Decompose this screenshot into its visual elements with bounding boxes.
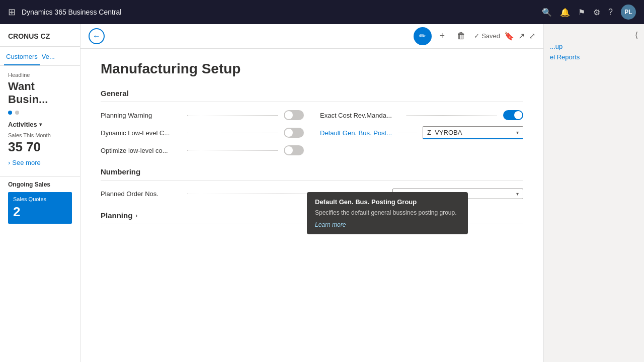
default-gen-bus-value: Z_VYROBA [427, 129, 462, 136]
nav-icons: 🔖 ↗ ⤢ [504, 31, 535, 41]
optimize-low-level-dots [187, 150, 278, 151]
saved-status: ✓ Saved [474, 32, 500, 40]
default-gen-bus-label[interactable]: Default Gen. Bus. Post... [320, 129, 392, 137]
sales-quotes-label: Sales Quotes [13, 196, 67, 202]
headline-label: Headline [0, 72, 80, 78]
planning-warning-field: Planning Warning [101, 110, 304, 120]
optimize-low-level-field: Optimize low-level co... [101, 145, 304, 155]
planning-warning-dots [187, 115, 278, 116]
main-content: ← ✏ + 🗑 ✓ Saved 🔖 ↗ ⤢ Manufacturing Setu… [80, 24, 543, 362]
avatar[interactable]: PL [621, 5, 636, 20]
form-row-2: Dynamic Low-Level C... Default Gen. Bus.… [101, 126, 523, 139]
default-gen-bus-dropdown[interactable]: Z_VYROBA ▾ [423, 126, 523, 139]
form-body: Manufacturing Setup General Planning War… [80, 49, 543, 362]
default-gen-bus-field: Default Gen. Bus. Post... Z_VYROBA ▾ [320, 126, 523, 139]
tooltip-box: Default Gen. Bus. Posting Group Specifie… [307, 192, 468, 234]
dynamic-low-level-toggle[interactable] [284, 128, 304, 138]
tooltip-learn-more-link[interactable]: Learn more [315, 221, 346, 228]
settings-icon[interactable]: ⚙ [593, 8, 600, 17]
back-button[interactable]: ← [89, 28, 105, 44]
tooltip-description: Specifies the default general bussines p… [315, 209, 460, 217]
sidebar-nav: Customers Ve... [0, 51, 80, 66]
right-panel: ⟨ ...up el Reports [543, 24, 644, 362]
dynamic-low-level-field: Dynamic Low-Level C... [101, 126, 304, 139]
activities-section[interactable]: Activities ▾ [0, 121, 80, 128]
delete-button[interactable]: 🗑 [453, 29, 470, 43]
right-panel-item-2[interactable]: el Reports [550, 53, 638, 61]
optimize-low-level-toggle[interactable] [284, 145, 304, 155]
collapse-icon[interactable]: ⟨ [635, 30, 638, 40]
form-title: Manufacturing Setup [101, 61, 523, 77]
topbar-actions: 🔍 🔔 ⚑ ⚙ ? PL [542, 5, 636, 20]
check-icon: ✓ [474, 32, 479, 40]
dynamic-low-level-label: Dynamic Low-Level C... [101, 129, 181, 137]
dropdown-arrow-icon: ▾ [516, 130, 519, 135]
sales-quotes-card[interactable]: Sales Quotes 2 [8, 192, 72, 224]
company-name: CRONUS CZ [0, 32, 80, 47]
topbar: ⊞ Dynamics 365 Business Central 🔍 🔔 ⚑ ⚙ … [0, 0, 644, 24]
planned-order-label: Planned Order Nos. [101, 190, 181, 198]
chevron-right-icon: › [8, 159, 10, 166]
planning-label: Planning [101, 211, 132, 220]
sidebar-item-vendors[interactable]: Ve... [40, 51, 57, 65]
tooltip-title: Default Gen. Bus. Posting Group [315, 198, 460, 206]
main-layout: CRONUS CZ Customers Ve... Headline Want … [0, 24, 644, 362]
dynamic-low-level-dots [187, 133, 278, 133]
form-row-1: Planning Warning Exact Cost Rev.Manda... [101, 110, 523, 120]
search-icon[interactable]: 🔍 [542, 8, 552, 17]
exact-cost-toggle[interactable] [503, 110, 523, 120]
sidebar-divider [0, 176, 80, 177]
default-gen-bus-dots [398, 133, 417, 133]
carousel-dots [0, 111, 80, 115]
apps-grid-icon[interactable]: ⊞ [8, 7, 16, 18]
add-button[interactable]: + [436, 29, 449, 43]
activities-chevron-icon: ▾ [39, 122, 42, 127]
edit-button[interactable]: ✏ [414, 27, 432, 45]
sub-nav: ← ✏ + 🗑 ✓ Saved 🔖 ↗ ⤢ [80, 24, 543, 48]
numbering-section-title: Numbering [101, 167, 523, 180]
right-panel-expand: ⟨ [550, 30, 638, 40]
exact-cost-label: Exact Cost Rev.Manda... [320, 112, 400, 119]
general-section-title: General [101, 89, 523, 102]
ongoing-sales-label: Ongoing Sales [0, 181, 80, 188]
help-icon[interactable]: ? [608, 8, 613, 17]
sidebar-item-customers[interactable]: Customers [4, 51, 40, 65]
placeholder-field [320, 145, 523, 155]
sales-month-value: 35 70 [0, 139, 80, 155]
dot-2[interactable] [15, 111, 19, 115]
planning-warning-label: Planning Warning [101, 112, 181, 119]
sales-quotes-value: 2 [13, 204, 67, 220]
planning-warning-toggle[interactable] [284, 110, 304, 120]
dot-1[interactable] [8, 111, 12, 115]
app-title: Dynamics 365 Business Central [22, 8, 536, 16]
see-more-link[interactable]: › See more [0, 159, 80, 166]
bookmark-icon[interactable]: 🔖 [504, 31, 514, 41]
headline-text: Want Busin... [0, 80, 80, 107]
bell-icon[interactable]: 🔔 [560, 8, 570, 17]
planned-order-arrow-icon: ▾ [516, 191, 519, 197]
form-row-3: Optimize low-level co... [101, 145, 523, 155]
exact-cost-field: Exact Cost Rev.Manda... [320, 110, 523, 120]
open-external-icon[interactable]: ↗ [518, 31, 525, 41]
right-panel-item-1[interactable]: ...up [550, 43, 638, 50]
exact-cost-dots [407, 115, 497, 116]
expand-icon[interactable]: ⤢ [529, 31, 535, 41]
sales-month-label: Sales This Month [0, 132, 80, 138]
optimize-low-level-label: Optimize low-level co... [101, 147, 181, 154]
planning-chevron-icon: › [135, 212, 137, 219]
flag-icon[interactable]: ⚑ [578, 8, 585, 17]
sidebar: CRONUS CZ Customers Ve... Headline Want … [0, 24, 80, 362]
